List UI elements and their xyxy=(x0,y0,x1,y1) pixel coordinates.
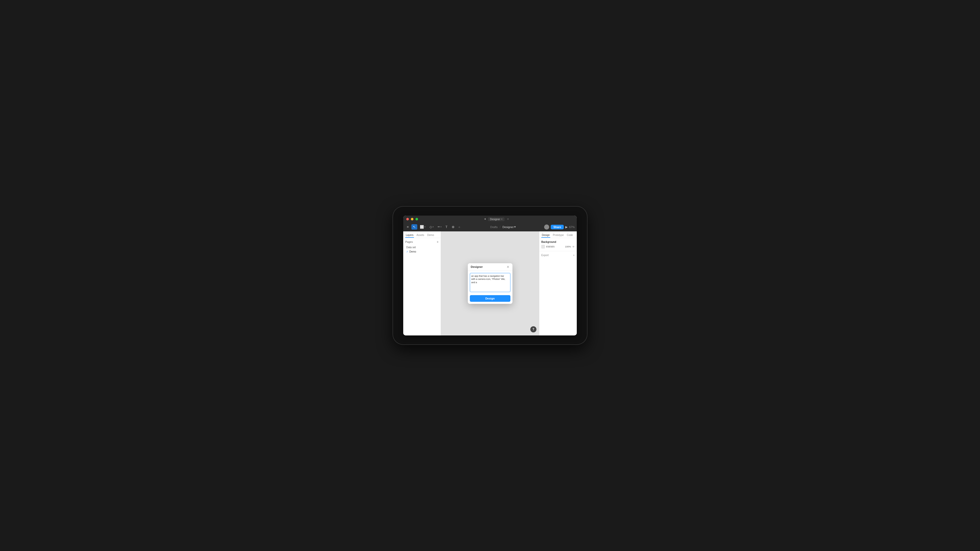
tab-add-button[interactable]: + xyxy=(506,218,510,221)
export-add-button[interactable]: + xyxy=(573,253,575,257)
modal-close-button[interactable]: ✕ xyxy=(507,265,509,268)
text-tool-button[interactable]: T xyxy=(444,224,449,230)
page-item-demo[interactable]: ✓ Demo xyxy=(405,249,439,254)
frame-tool-arrow: ▾ xyxy=(425,226,425,228)
tab-design[interactable]: Design xyxy=(541,233,550,238)
cursor-tool-button[interactable]: ↖ xyxy=(411,224,417,230)
pages-add-button[interactable]: + xyxy=(437,240,439,244)
page-active-checkmark: ✓ xyxy=(406,250,408,253)
component-icon: ⊕ xyxy=(452,225,455,229)
pen-tool-button[interactable]: ✏ ▾ xyxy=(436,224,443,229)
toolbar-right: Share ▶ 67% xyxy=(544,224,575,230)
pages-title: Pages xyxy=(405,241,413,243)
tab-dropdown-icon: ▾ xyxy=(501,218,503,221)
tab-demo[interactable]: Demo xyxy=(427,233,434,238)
share-button[interactable]: Share xyxy=(551,225,564,229)
pages-header: Pages + xyxy=(405,240,439,244)
tab-assets[interactable]: Assets xyxy=(416,233,425,238)
shape-icon: ◇ xyxy=(430,225,432,229)
right-panel-content: Background E5E5E5 100% 👁 xyxy=(539,238,577,251)
tab-layers[interactable]: Layers xyxy=(405,233,414,238)
background-section-title: Background xyxy=(541,241,575,243)
pages-section: Pages + Data set ✓ Demo xyxy=(403,238,441,256)
component-tool-button[interactable]: ⊕ xyxy=(450,224,456,230)
menu-button[interactable]: ≡ xyxy=(405,224,410,230)
design-button[interactable]: Design xyxy=(470,295,511,302)
frame-icon: ⬜ xyxy=(420,225,424,229)
designer-arrow-icon: ▾ xyxy=(514,225,516,229)
comment-icon: ○ xyxy=(458,225,460,229)
page-label-demo: Demo xyxy=(409,250,416,253)
minimize-traffic-light[interactable] xyxy=(411,218,414,221)
title-bar: ✦ Designer ▾ + xyxy=(403,216,577,223)
visibility-toggle-button[interactable]: 👁 xyxy=(572,245,575,248)
app-window: ✦ Designer ▾ + ≡ ↖ ⬜ ▾ ◇ ▾ xyxy=(403,216,577,335)
background-color-row: E5E5E5 100% 👁 xyxy=(541,245,575,248)
modal-footer: Design xyxy=(468,295,512,304)
right-panel: Design Prototype Code Background E5E5E5 … xyxy=(539,231,577,335)
close-traffic-light[interactable] xyxy=(406,218,409,221)
zoom-label: 67% xyxy=(569,225,575,229)
color-opacity-value: 100% xyxy=(565,245,571,248)
modal-header: Designer ✕ xyxy=(468,263,512,271)
cursor-icon: ↖ xyxy=(413,225,416,229)
active-tab[interactable]: Designer ▾ xyxy=(488,218,504,221)
shape-tool-button[interactable]: ◇ ▾ xyxy=(428,224,435,230)
export-section: Export + xyxy=(539,251,577,259)
left-panel: Layers Assets Demo Pages + Data xyxy=(403,231,441,335)
tablet-frame: ✦ Designer ▾ + ≡ ↖ ⬜ ▾ ◇ ▾ xyxy=(393,206,587,345)
main-area: Layers Assets Demo Pages + Data xyxy=(403,231,577,335)
canvas-area[interactable]: Designer ✕ an app that has a navigation … xyxy=(441,231,539,335)
export-label: Export xyxy=(541,254,549,257)
designer-label: Designer xyxy=(503,225,514,229)
breadcrumb-slash: / xyxy=(500,225,501,228)
menu-icon: ≡ xyxy=(407,225,409,229)
right-panel-tabs: Design Prototype Code xyxy=(539,231,577,238)
maximize-traffic-light[interactable] xyxy=(415,218,418,221)
pen-icon: ✏ xyxy=(438,225,440,229)
pen-tool-arrow: ▾ xyxy=(441,226,442,228)
toolbar: ≡ ↖ ⬜ ▾ ◇ ▾ ✏ ▾ T ⊕ xyxy=(403,223,577,231)
comment-tool-button[interactable]: ○ xyxy=(457,225,462,229)
modal-title: Designer xyxy=(471,265,483,268)
shape-tool-arrow: ▾ xyxy=(433,226,434,228)
designer-dropdown[interactable]: Designer ▾ xyxy=(503,225,516,229)
text-icon: T xyxy=(445,225,448,229)
tab-label: Designer xyxy=(490,218,500,221)
color-hex-value: E5E5E5 xyxy=(546,245,564,248)
color-swatch[interactable] xyxy=(541,245,545,248)
play-button[interactable]: ▶ xyxy=(565,225,568,229)
modal-overlay: Designer ✕ an app that has a navigation … xyxy=(441,231,539,335)
drafts-label: Drafts xyxy=(490,225,498,229)
avatar-button[interactable] xyxy=(544,224,549,230)
designer-modal: Designer ✕ an app that has a navigation … xyxy=(468,263,512,304)
modal-textarea[interactable]: an app that has a navigation bar with a … xyxy=(470,273,511,292)
frame-tool-button[interactable]: ⬜ ▾ xyxy=(418,224,427,230)
title-bar-center: ✦ Designer ▾ + xyxy=(420,218,574,221)
left-panel-tabs: Layers Assets Demo xyxy=(403,231,441,238)
figma-icon: ✦ xyxy=(484,218,487,221)
toolbar-center: Drafts / Designer ▾ xyxy=(463,225,543,229)
page-label-dataset: Data set xyxy=(406,246,416,249)
help-button[interactable]: ? xyxy=(530,326,536,332)
tab-code[interactable]: Code xyxy=(566,233,573,238)
page-item-dataset[interactable]: Data set xyxy=(405,245,439,249)
tab-prototype[interactable]: Prototype xyxy=(552,233,564,238)
modal-body: an app that has a navigation bar with a … xyxy=(468,271,512,295)
